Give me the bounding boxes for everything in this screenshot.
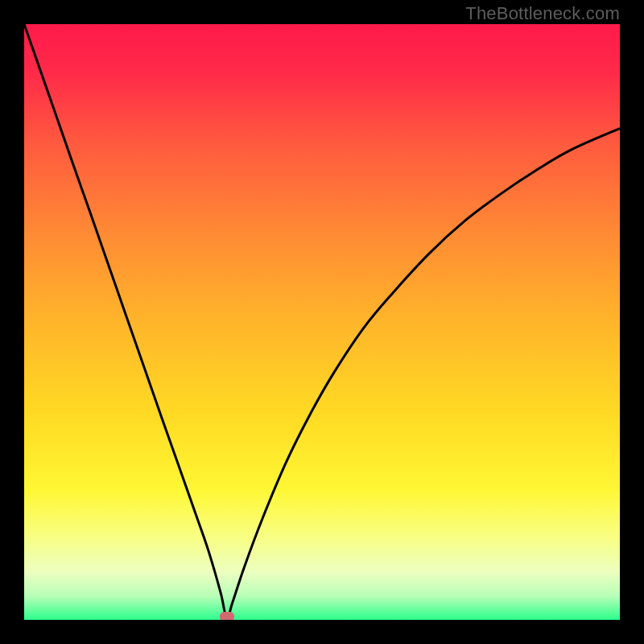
optimal-point-marker	[220, 612, 234, 620]
chart-frame: TheBottleneck.com	[0, 0, 644, 644]
watermark-text: TheBottleneck.com	[465, 3, 620, 24]
bottleneck-curve	[24, 24, 620, 620]
plot-area	[24, 24, 620, 620]
